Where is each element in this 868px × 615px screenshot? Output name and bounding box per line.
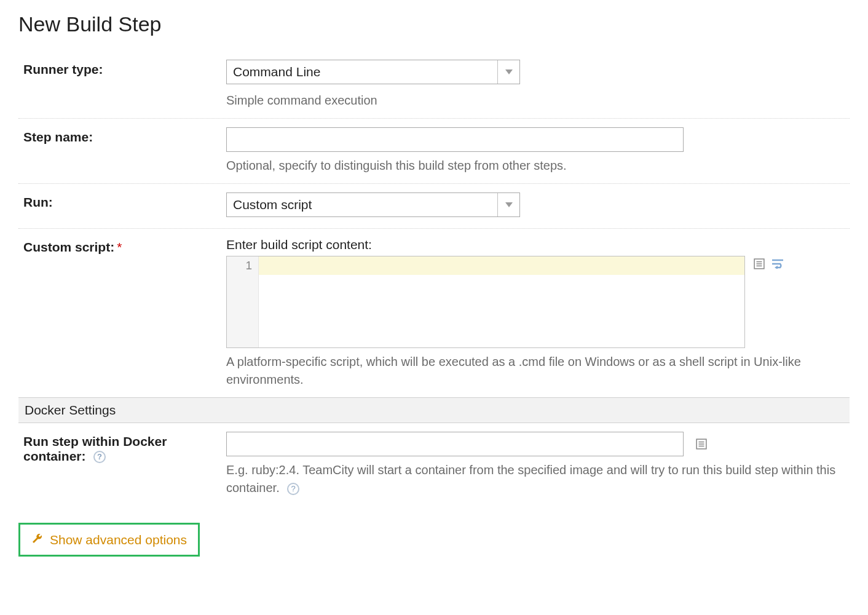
run-label: Run: — [23, 192, 226, 210]
row-step-name: Step name: Optional, specify to distingu… — [18, 119, 850, 184]
runner-type-label: Runner type: — [23, 60, 226, 77]
help-icon[interactable]: ? — [93, 450, 106, 464]
wrap-icon[interactable] — [771, 257, 784, 271]
row-runner-type: Runner type: Command Line Simple command… — [18, 51, 850, 119]
run-select[interactable]: Custom script — [226, 192, 520, 217]
required-mark: * — [117, 240, 122, 254]
help-icon[interactable]: ? — [286, 482, 300, 496]
show-advanced-options-label: Show advanced options — [50, 533, 187, 547]
chevron-down-icon — [497, 193, 519, 216]
list-icon[interactable] — [695, 437, 708, 451]
row-docker: Run step within Docker container: ? — [18, 423, 850, 506]
svg-text:?: ? — [291, 484, 296, 493]
docker-section-title: Docker Settings — [25, 403, 116, 418]
row-run: Run: Custom script — [18, 184, 850, 229]
svg-marker-7 — [775, 266, 778, 269]
custom-script-editor[interactable]: 1 — [226, 256, 745, 348]
chevron-down-icon — [497, 60, 519, 84]
step-name-input[interactable] — [226, 127, 684, 152]
docker-image-input[interactable] — [226, 432, 684, 456]
runner-type-value: Command Line — [227, 60, 519, 84]
run-value: Custom script — [227, 193, 519, 216]
runner-type-help: Simple command execution — [226, 92, 845, 109]
wrench-icon — [31, 532, 44, 547]
step-name-label: Step name: — [23, 127, 226, 145]
custom-script-label-text: Custom script: — [23, 240, 114, 254]
custom-script-hint: Enter build script content: — [226, 237, 845, 252]
show-advanced-options[interactable]: Show advanced options — [18, 523, 200, 557]
step-name-help: Optional, specify to distinguish this bu… — [226, 157, 845, 175]
editor-area[interactable] — [259, 256, 744, 347]
editor-active-line — [259, 256, 744, 275]
svg-marker-1 — [505, 202, 513, 207]
custom-script-help: A platform-specific script, which will b… — [226, 353, 845, 389]
docker-help: E.g. ruby:2.4. TeamCity will start a con… — [226, 461, 845, 497]
list-icon[interactable] — [752, 257, 766, 271]
editor-gutter: 1 — [227, 256, 259, 347]
section-docker: Docker Settings — [18, 397, 850, 423]
docker-label: Run step within Docker container: ? — [23, 432, 226, 464]
row-custom-script: Custom script:* Enter build script conte… — [18, 229, 850, 397]
svg-marker-0 — [505, 69, 513, 74]
custom-script-label: Custom script:* — [23, 237, 226, 255]
page-title: New Build Step — [18, 12, 850, 36]
runner-type-select[interactable]: Command Line — [226, 60, 520, 84]
svg-text:?: ? — [97, 452, 102, 461]
line-number: 1 — [229, 259, 252, 272]
